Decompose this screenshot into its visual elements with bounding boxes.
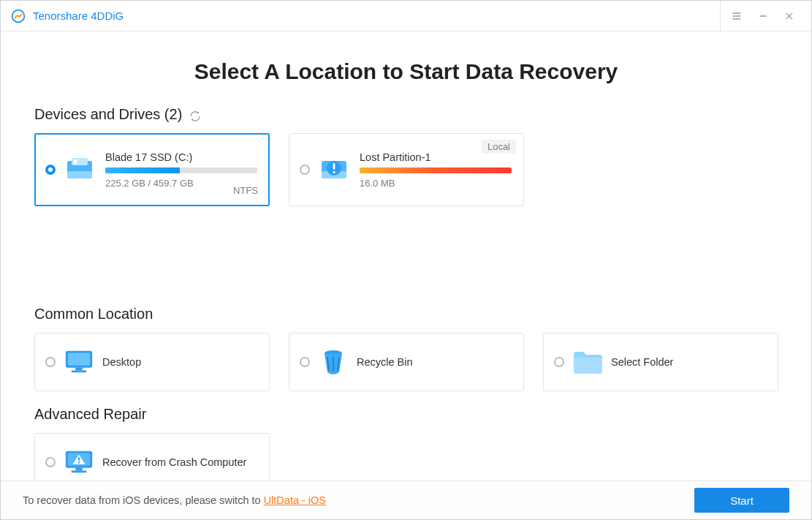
- section-advanced-title: Advanced Repair: [34, 406, 146, 423]
- section-common-header: Common Location: [34, 306, 778, 323]
- svg-rect-10: [74, 159, 77, 164]
- warning-disk-icon: [317, 155, 352, 184]
- drive-body: Lost Partition-116.0 MB: [360, 151, 513, 189]
- location-radio[interactable]: [300, 357, 310, 367]
- footer-prefix: To recover data from iOS devices, please…: [23, 494, 264, 506]
- titlebar-separator: [720, 1, 721, 31]
- svg-rect-24: [78, 457, 80, 461]
- menu-button[interactable]: [724, 1, 750, 31]
- drive-radio[interactable]: [45, 165, 56, 175]
- drive-body: Blade 17 SSD (C:)225.2 GB / 459.7 GB: [105, 151, 259, 189]
- svg-rect-18: [75, 368, 83, 371]
- svg-rect-14: [333, 163, 335, 170]
- svg-point-15: [333, 171, 335, 173]
- location-label: Recycle Bin: [357, 356, 413, 368]
- advanced-label: Recover from Crash Computer: [102, 456, 246, 468]
- advanced-radio[interactable]: [45, 457, 56, 467]
- drive-name: Blade 17 SSD (C:): [105, 151, 259, 163]
- location-radio[interactable]: [45, 357, 56, 367]
- folder-icon: [572, 347, 604, 377]
- start-button[interactable]: Start: [694, 488, 789, 513]
- drive-usage-bar: [360, 167, 512, 173]
- footer: To recover data from iOS devices, please…: [1, 481, 811, 519]
- common-card-select-folder[interactable]: Select Folder: [543, 333, 778, 391]
- drive-size-label: 16.0 MB: [360, 178, 513, 189]
- location-label: Select Folder: [611, 356, 673, 368]
- location-label: Desktop: [102, 356, 141, 368]
- titlebar: Tenorshare 4DDiG: [1, 1, 811, 31]
- refresh-icon[interactable]: [189, 109, 201, 121]
- svg-rect-21: [574, 358, 602, 374]
- section-common-title: Common Location: [34, 306, 153, 323]
- titlebar-left: Tenorshare 4DDiG: [11, 9, 124, 23]
- svg-rect-27: [71, 470, 86, 472]
- drive-radio[interactable]: [300, 165, 310, 175]
- location-radio[interactable]: [554, 357, 564, 367]
- close-button[interactable]: [776, 1, 802, 31]
- drive-fs-label: NTFS: [233, 185, 258, 196]
- page-title: Select A Location to Start Data Recovery: [34, 59, 778, 84]
- monitor-icon: [63, 347, 95, 377]
- app-logo-icon: [11, 9, 26, 23]
- advanced-grid: Recover from Crash Computer: [34, 433, 778, 481]
- drive-card-0[interactable]: Blade 17 SSD (C:)225.2 GB / 459.7 GBNTFS: [34, 133, 270, 206]
- svg-rect-17: [68, 353, 91, 366]
- section-advanced-header: Advanced Repair: [34, 406, 778, 423]
- disk-icon: [63, 155, 98, 184]
- footer-link-ultdata[interactable]: UltData - iOS: [264, 494, 326, 506]
- svg-point-25: [78, 461, 80, 463]
- common-card-recycle-bin[interactable]: Recycle Bin: [289, 333, 524, 391]
- drives-grid: Blade 17 SSD (C:)225.2 GB / 459.7 GBNTFS…: [34, 133, 778, 291]
- app-window: Tenorshare 4DDiG Select A Location to St…: [0, 0, 812, 520]
- drive-usage-bar: [105, 167, 257, 173]
- advanced-card-crash-recovery[interactable]: Recover from Crash Computer: [34, 433, 270, 481]
- app-title: Tenorshare 4DDiG: [33, 10, 124, 22]
- minimize-button[interactable]: [750, 1, 776, 31]
- section-drives-title: Devices and Drives (2): [34, 106, 182, 123]
- drive-card-1[interactable]: Lost Partition-116.0 MBLocal: [289, 133, 524, 206]
- footer-text: To recover data from iOS devices, please…: [23, 494, 326, 506]
- bin-icon: [317, 347, 349, 377]
- drive-local-tag: Local: [482, 140, 516, 154]
- svg-rect-8: [67, 171, 92, 178]
- common-grid: DesktopRecycle BinSelect Folder: [34, 333, 778, 391]
- crash-monitor-icon: [63, 448, 95, 477]
- svg-rect-19: [71, 370, 86, 372]
- titlebar-controls: [720, 1, 802, 31]
- svg-rect-26: [75, 468, 83, 471]
- common-card-desktop[interactable]: Desktop: [34, 333, 270, 391]
- section-drives-header: Devices and Drives (2): [34, 106, 778, 123]
- main-area: Select A Location to Start Data Recovery…: [1, 31, 811, 481]
